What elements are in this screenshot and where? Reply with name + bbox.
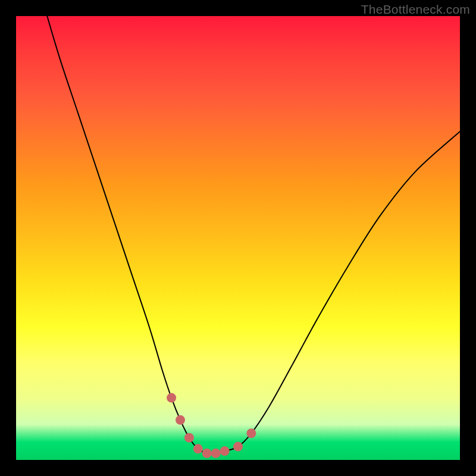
bottleneck-curve: [16, 16, 460, 460]
curve-marker: [246, 428, 256, 438]
curve-marker: [233, 442, 243, 452]
curve-marker: [176, 415, 185, 425]
curve-marker: [220, 446, 230, 456]
curve-marker: [167, 393, 176, 403]
chart-plot-area: [16, 16, 460, 460]
curve-marker: [184, 433, 194, 443]
curve-marker: [193, 444, 203, 453]
curve-marker: [202, 449, 212, 458]
watermark-text: TheBottleneck.com: [361, 2, 470, 17]
curve-marker: [211, 449, 221, 458]
